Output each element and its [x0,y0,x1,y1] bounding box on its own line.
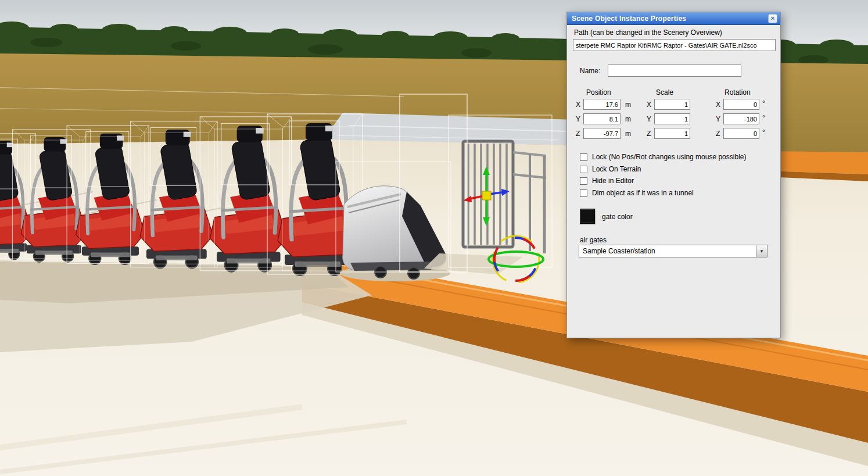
hide-in-editor-label: Hide in Editor [592,177,634,185]
air-gates-label: air gates [580,236,607,244]
rotation-x-input[interactable] [723,99,759,110]
air-gates-selected-value: Sample Coaster/station [579,247,756,255]
hide-in-editor-checkbox[interactable] [580,177,587,185]
rotation-x-unit: ° [762,99,765,108]
position-y-label: Y [576,115,580,123]
scale-z-input[interactable] [654,128,690,139]
rotation-y-label: Y [716,115,720,123]
close-icon[interactable]: ✕ [768,14,777,23]
scale-header: Scale [656,88,673,96]
dim-tunnel-label: Dim object as if it was in a tunnel [592,189,694,197]
path-label: Path (can be changed in the Scenery Over… [574,28,722,37]
hide-in-editor-checkbox-row: Hide in Editor [580,177,634,185]
transform-row-y: Y m Y Y ° [567,113,781,125]
scale-y-label: Y [647,115,651,123]
position-z-label: Z [576,130,580,138]
rotation-header: Rotation [724,88,751,96]
transform-row-z: Z m Z Z ° [567,128,781,139]
position-header: Position [586,88,611,96]
rotation-y-unit: ° [762,114,765,122]
lock-on-terrain-checkbox[interactable] [580,166,587,173]
scale-x-label: X [647,101,651,109]
dropdown-arrow-icon[interactable]: ▼ [756,245,767,257]
position-x-label: X [576,101,580,109]
rotation-y-input[interactable] [723,113,759,124]
dialog-title: Scene Object Instance Properties [572,15,686,23]
lock-on-terrain-checkbox-row: Lock On Terrain [580,165,641,173]
nolimits-editor-window: Scene Object Instance Properties ✕ Path … [0,0,868,476]
lock-checkbox-label: Lock (No Pos/Rot changes using mouse pos… [592,153,746,161]
lock-checkbox[interactable] [580,153,587,161]
scale-x-input[interactable] [654,99,690,110]
transform-row-x: X m X X ° [567,99,781,110]
dialog-titlebar[interactable]: Scene Object Instance Properties ✕ [567,12,780,25]
position-y-unit: m [625,115,631,123]
scale-y-input[interactable] [654,113,690,124]
name-input[interactable] [608,65,741,77]
scale-z-label: Z [647,130,651,138]
dialog-body: Path (can be changed in the Scenery Over… [567,26,780,338]
position-z-unit: m [625,130,631,138]
air-gates-select[interactable]: Sample Coaster/station ▼ [579,245,767,257]
rotation-z-input[interactable] [723,128,759,139]
dim-tunnel-checkbox[interactable] [580,189,587,197]
position-y-input[interactable] [583,113,620,124]
rotation-z-label: Z [716,130,720,138]
dim-tunnel-checkbox-row: Dim object as if it was in a tunnel [580,189,694,197]
scene-object-properties-dialog: Scene Object Instance Properties ✕ Path … [566,12,781,338]
gate-color-swatch[interactable] [580,209,595,224]
position-z-input[interactable] [583,128,620,139]
lock-checkbox-row: Lock (No Pos/Rot changes using mouse pos… [580,153,746,161]
position-x-unit: m [625,101,631,109]
position-x-input[interactable] [583,99,620,110]
rotation-x-label: X [716,101,720,109]
rotation-z-unit: ° [762,128,765,137]
name-label: Name: [580,67,600,75]
gate-color-label: gate color [602,213,633,221]
lock-on-terrain-label: Lock On Terrain [592,165,641,173]
path-input[interactable] [573,39,776,51]
